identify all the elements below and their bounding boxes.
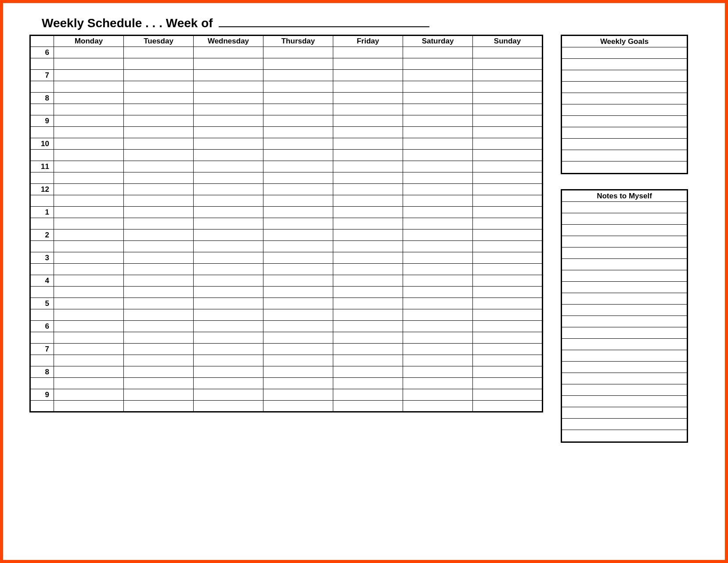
schedule-cell[interactable]	[54, 47, 124, 58]
notes-row[interactable]	[562, 202, 687, 213]
schedule-cell[interactable]	[54, 252, 124, 264]
schedule-cell[interactable]	[263, 58, 333, 70]
schedule-cell[interactable]	[54, 275, 124, 287]
schedule-cell[interactable]	[333, 172, 403, 184]
schedule-cell[interactable]	[124, 332, 194, 344]
schedule-cell[interactable]	[263, 47, 333, 58]
schedule-cell[interactable]	[403, 104, 473, 115]
schedule-cell[interactable]	[124, 81, 194, 93]
schedule-cell[interactable]	[473, 401, 543, 412]
schedule-cell[interactable]	[263, 172, 333, 184]
schedule-cell[interactable]	[194, 378, 263, 389]
schedule-cell[interactable]	[473, 138, 543, 150]
notes-row[interactable]	[562, 282, 687, 293]
schedule-cell[interactable]	[194, 138, 263, 150]
schedule-cell[interactable]	[473, 264, 543, 275]
schedule-cell[interactable]	[194, 275, 263, 287]
schedule-cell[interactable]	[194, 344, 263, 355]
schedule-cell[interactable]	[124, 355, 194, 366]
schedule-cell[interactable]	[124, 298, 194, 309]
schedule-cell[interactable]	[473, 298, 543, 309]
notes-row[interactable]	[562, 339, 687, 350]
schedule-cell[interactable]	[124, 401, 194, 412]
schedule-cell[interactable]	[473, 389, 543, 401]
notes-row[interactable]	[562, 213, 687, 225]
schedule-cell[interactable]	[263, 389, 333, 401]
schedule-cell[interactable]	[473, 344, 543, 355]
notes-row[interactable]	[562, 270, 687, 282]
schedule-cell[interactable]	[473, 47, 543, 58]
schedule-cell[interactable]	[263, 161, 333, 172]
schedule-cell[interactable]	[124, 138, 194, 150]
schedule-cell[interactable]	[194, 355, 263, 366]
schedule-cell[interactable]	[263, 355, 333, 366]
schedule-cell[interactable]	[54, 355, 124, 366]
schedule-cell[interactable]	[473, 309, 543, 321]
schedule-cell[interactable]	[333, 366, 403, 378]
schedule-cell[interactable]	[473, 58, 543, 70]
schedule-cell[interactable]	[473, 378, 543, 389]
notes-row[interactable]	[562, 327, 687, 339]
schedule-cell[interactable]	[263, 230, 333, 241]
schedule-cell[interactable]	[333, 241, 403, 252]
schedule-cell[interactable]	[124, 230, 194, 241]
schedule-cell[interactable]	[194, 366, 263, 378]
schedule-cell[interactable]	[124, 104, 194, 115]
goals-row[interactable]	[562, 139, 687, 150]
schedule-cell[interactable]	[194, 218, 263, 230]
goals-row[interactable]	[562, 47, 687, 59]
schedule-cell[interactable]	[194, 230, 263, 241]
schedule-cell[interactable]	[194, 264, 263, 275]
schedule-cell[interactable]	[194, 115, 263, 127]
schedule-cell[interactable]	[124, 184, 194, 195]
schedule-cell[interactable]	[194, 81, 263, 93]
notes-row[interactable]	[562, 225, 687, 236]
schedule-cell[interactable]	[333, 127, 403, 138]
schedule-cell[interactable]	[473, 115, 543, 127]
schedule-cell[interactable]	[124, 218, 194, 230]
schedule-cell[interactable]	[333, 207, 403, 218]
schedule-cell[interactable]	[333, 47, 403, 58]
schedule-cell[interactable]	[403, 161, 473, 172]
schedule-cell[interactable]	[473, 93, 543, 104]
schedule-cell[interactable]	[473, 70, 543, 81]
schedule-cell[interactable]	[263, 378, 333, 389]
schedule-cell[interactable]	[263, 287, 333, 298]
schedule-cell[interactable]	[194, 47, 263, 58]
schedule-cell[interactable]	[403, 218, 473, 230]
schedule-cell[interactable]	[473, 241, 543, 252]
schedule-cell[interactable]	[403, 230, 473, 241]
schedule-cell[interactable]	[263, 321, 333, 332]
schedule-cell[interactable]	[124, 321, 194, 332]
schedule-cell[interactable]	[333, 378, 403, 389]
notes-row[interactable]	[562, 362, 687, 373]
schedule-cell[interactable]	[54, 344, 124, 355]
schedule-cell[interactable]	[473, 172, 543, 184]
schedule-cell[interactable]	[403, 47, 473, 58]
schedule-cell[interactable]	[54, 309, 124, 321]
schedule-cell[interactable]	[54, 207, 124, 218]
schedule-cell[interactable]	[473, 287, 543, 298]
schedule-cell[interactable]	[333, 104, 403, 115]
schedule-cell[interactable]	[54, 104, 124, 115]
schedule-cell[interactable]	[403, 241, 473, 252]
notes-row[interactable]	[562, 407, 687, 419]
schedule-cell[interactable]	[403, 127, 473, 138]
notes-row[interactable]	[562, 384, 687, 396]
schedule-cell[interactable]	[403, 389, 473, 401]
schedule-cell[interactable]	[263, 70, 333, 81]
schedule-cell[interactable]	[473, 332, 543, 344]
schedule-cell[interactable]	[54, 389, 124, 401]
notes-row[interactable]	[562, 350, 687, 362]
schedule-cell[interactable]	[403, 332, 473, 344]
schedule-cell[interactable]	[403, 287, 473, 298]
schedule-cell[interactable]	[263, 309, 333, 321]
schedule-cell[interactable]	[333, 252, 403, 264]
schedule-cell[interactable]	[194, 150, 263, 161]
schedule-cell[interactable]	[473, 218, 543, 230]
schedule-cell[interactable]	[403, 172, 473, 184]
schedule-cell[interactable]	[263, 93, 333, 104]
schedule-cell[interactable]	[473, 184, 543, 195]
schedule-cell[interactable]	[403, 344, 473, 355]
schedule-cell[interactable]	[403, 275, 473, 287]
